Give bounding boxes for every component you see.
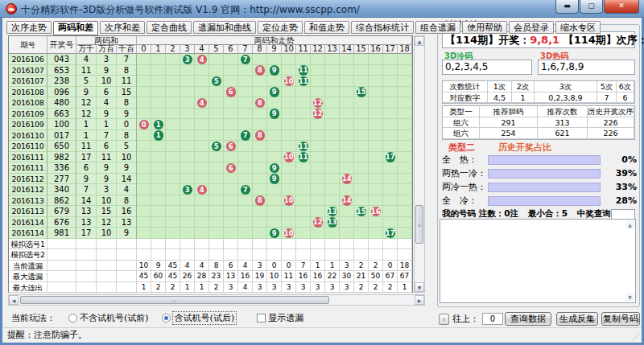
close-button[interactable]: ✕ bbox=[604, 0, 639, 14]
sum-mark: 11 bbox=[299, 76, 309, 87]
grid-cell: 2 bbox=[369, 261, 383, 272]
radio-exclude-label[interactable]: 不含试机号(试前) bbox=[80, 312, 149, 324]
copy-numbers-button[interactable]: 复制号码 bbox=[601, 312, 640, 326]
tab-4[interactable]: 遗漏加和曲线 bbox=[193, 21, 256, 34]
sum-cell: 1 bbox=[76, 130, 97, 142]
grid-cell bbox=[238, 109, 253, 120]
sum-cell: 17 bbox=[76, 228, 97, 239]
grid-cell bbox=[383, 206, 398, 217]
grid-cell bbox=[311, 130, 325, 142]
grid-cell bbox=[166, 141, 180, 152]
trend-table: 期号开奖号两码和万千万百千百两码和走势012345678910111213141… bbox=[8, 35, 413, 293]
prize-check-input[interactable] bbox=[611, 209, 635, 220]
grid-cell bbox=[369, 152, 383, 163]
sum-cell: 4 bbox=[76, 54, 97, 65]
grid-cell bbox=[238, 97, 253, 109]
grid-cell: 50 bbox=[369, 271, 383, 282]
show-omission-label[interactable]: 显示遗漏 bbox=[268, 312, 303, 324]
query-data-button[interactable]: 查询数据 bbox=[505, 312, 551, 326]
tab-11[interactable]: 缩水专区 bbox=[555, 21, 601, 34]
sum-cell bbox=[76, 249, 97, 261]
textarea-scroll-down-icon[interactable]: ▼ bbox=[625, 293, 634, 302]
tab-2[interactable]: 次序和差 bbox=[100, 21, 145, 34]
tab-3[interactable]: 定合曲线 bbox=[147, 21, 192, 34]
tab-5[interactable]: 定位走势 bbox=[258, 21, 303, 34]
grid-cell bbox=[151, 217, 166, 228]
grid-cell bbox=[383, 130, 398, 142]
scroll-up-icon[interactable]: ▲ bbox=[415, 36, 424, 46]
period-cell: 2016107试 bbox=[9, 65, 47, 76]
tab-10[interactable]: 会员登录 bbox=[509, 21, 554, 34]
tab-1[interactable]: 两码和差 bbox=[53, 21, 98, 35]
history-ratio-title: 历史开奖占比 bbox=[498, 142, 551, 154]
sum-cell: 15 bbox=[117, 87, 137, 98]
radio-exclude-test-number[interactable] bbox=[68, 314, 77, 322]
grid-cell bbox=[166, 206, 180, 217]
grid-cell: 0 bbox=[282, 261, 296, 272]
tab-8[interactable]: 组合遗漏 bbox=[415, 21, 460, 34]
cold-code-input[interactable]: 0,2,3,4,5 bbox=[442, 60, 532, 75]
grid-cell bbox=[369, 87, 383, 98]
grid-cell bbox=[238, 174, 253, 185]
sum-cell: 15 bbox=[97, 206, 117, 217]
scroll-right-icon[interactable]: ▶ bbox=[415, 295, 424, 305]
grid-cell: 45 bbox=[166, 271, 180, 282]
radio-include-test-number[interactable] bbox=[162, 314, 171, 322]
sum-cell: 8 bbox=[117, 130, 137, 142]
sum-cell: 4 bbox=[97, 97, 117, 109]
my-numbers-textarea[interactable]: ▲ ▼ bbox=[440, 219, 636, 303]
sum-mark: 14 bbox=[342, 195, 353, 206]
grid-cell bbox=[325, 249, 340, 261]
grid-cell bbox=[195, 249, 209, 261]
grid-cell: 16 bbox=[296, 271, 311, 282]
sum-mark: 7 bbox=[241, 185, 251, 195]
tab-0[interactable]: 次序走势 bbox=[6, 21, 52, 34]
grid-cell bbox=[369, 217, 383, 228]
grid-cell: 4 bbox=[180, 261, 195, 272]
table-vertical-scrollbar[interactable]: ▲ ≡ ▼ bbox=[414, 35, 425, 293]
title-bar[interactable]: 十分精彩软件-3D版分析做号软件测试版 V1.9 官网：http://www.s… bbox=[0, 0, 644, 18]
type1-cell: 组六 bbox=[443, 128, 480, 139]
sum-cell: 7 bbox=[76, 184, 97, 195]
grid-cell bbox=[224, 206, 238, 217]
grid-cell: 21 bbox=[354, 271, 369, 282]
grid-cell bbox=[166, 184, 180, 195]
radio-include-label[interactable]: 含试机号(试后) bbox=[173, 312, 237, 324]
grid-cell bbox=[238, 141, 253, 152]
ratio-bar-track bbox=[488, 169, 601, 179]
table-horizontal-scrollbar[interactable]: ◀ ::: ▶ bbox=[8, 294, 425, 306]
grid-cell bbox=[166, 87, 180, 98]
show-omission-checkbox[interactable] bbox=[257, 314, 266, 322]
grid-cell bbox=[340, 76, 354, 87]
hot-code-input[interactable]: 1,6,7,8,9 bbox=[538, 60, 635, 75]
tab-9[interactable]: 使用帮助 bbox=[462, 21, 507, 34]
sum-mark: 6 bbox=[226, 163, 237, 174]
grid-cell: 3 bbox=[253, 261, 267, 272]
grid-cell bbox=[195, 119, 209, 130]
grid-cell bbox=[209, 152, 224, 163]
prize-check-label: 中奖查询 bbox=[577, 208, 611, 220]
textarea-scroll-up-icon[interactable]: ▲ bbox=[625, 220, 634, 229]
scroll-down-icon[interactable]: ▼ bbox=[415, 282, 424, 292]
minimize-button[interactable]: ▬ bbox=[555, 0, 579, 14]
nav-prev-button[interactable]: ‹ bbox=[439, 314, 449, 325]
sum-mark: 9 bbox=[270, 87, 280, 97]
resize-grip-icon[interactable]: ⋰ bbox=[632, 333, 640, 341]
grid-cell bbox=[180, 87, 195, 98]
grid-cell bbox=[398, 228, 412, 239]
sum-mark: 10 bbox=[284, 195, 295, 206]
horizontal-scroll-thumb[interactable]: ::: bbox=[20, 296, 329, 304]
grid-cell bbox=[137, 76, 151, 87]
generate-inverse-button[interactable]: 生成反集 bbox=[556, 312, 598, 326]
sum-cell: 9 bbox=[97, 162, 117, 174]
scroll-left-icon[interactable]: ◀ bbox=[9, 295, 19, 305]
grid-cell bbox=[340, 249, 354, 261]
vertical-scroll-thumb[interactable]: ≡ bbox=[415, 205, 423, 244]
tab-6[interactable]: 和值走势 bbox=[304, 21, 349, 34]
tab-7[interactable]: 综合指标统计 bbox=[351, 21, 414, 34]
sum-cell: 12 bbox=[97, 217, 117, 228]
maximize-button[interactable]: ▢ bbox=[580, 0, 603, 14]
grid-cell bbox=[398, 119, 412, 130]
nav-period-input[interactable]: 0 bbox=[482, 313, 503, 325]
period-cell: 模拟选号2 bbox=[9, 249, 47, 261]
